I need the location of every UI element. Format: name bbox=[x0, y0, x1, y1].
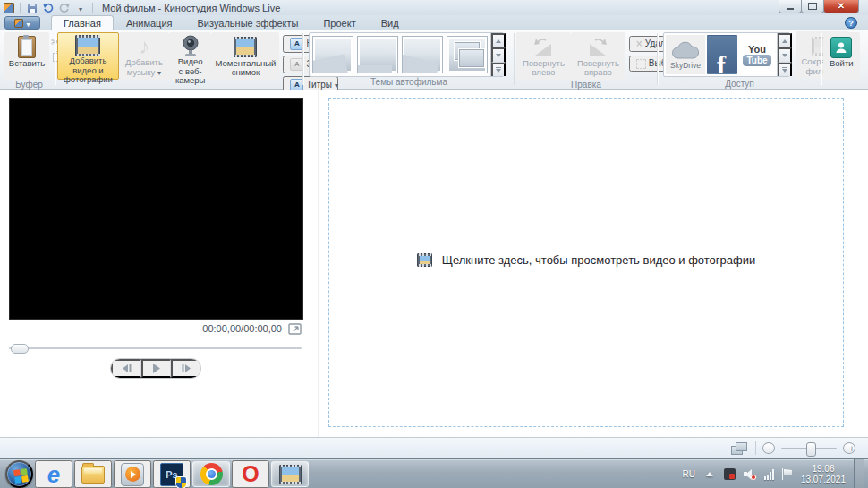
theme-thumbnail-3[interactable] bbox=[402, 36, 443, 73]
group-share: SkyDrive f You Tube bbox=[658, 30, 821, 89]
action-center-flag-icon[interactable] bbox=[782, 468, 793, 480]
volume-muted-icon[interactable] bbox=[744, 468, 756, 480]
music-note-icon: ♪ bbox=[139, 36, 149, 57]
ribbon: Вставить ✂ Буфер Добавить видео и фотогр… bbox=[0, 30, 868, 90]
video-photo-icon bbox=[417, 253, 432, 267]
rotate-right-label: Повернуть вправо bbox=[577, 59, 619, 78]
skydrive-button[interactable]: SkyDrive bbox=[666, 35, 705, 74]
close-button[interactable]: ✕ bbox=[823, 0, 859, 13]
maximize-button[interactable] bbox=[801, 0, 824, 13]
photoshop-icon: Ps bbox=[160, 463, 183, 486]
thumbnail-size-button[interactable] bbox=[729, 442, 749, 454]
taskbar-internet-explorer[interactable]: e bbox=[35, 460, 72, 488]
triangle-down-icon bbox=[496, 54, 501, 57]
theme-thumbnail-1[interactable] bbox=[312, 36, 353, 73]
minimize-button[interactable] bbox=[779, 0, 802, 13]
zoom-slider-thumb[interactable] bbox=[806, 442, 816, 457]
show-desktop-button[interactable] bbox=[854, 459, 864, 488]
add-video-photos-button[interactable]: Добавить видео и фотографии bbox=[57, 32, 119, 80]
taskbar-movie-maker[interactable] bbox=[271, 461, 309, 487]
network-signal-icon[interactable] bbox=[764, 469, 774, 480]
chevron-down-icon bbox=[26, 16, 30, 30]
taskbar-photoshop[interactable]: Ps bbox=[153, 460, 191, 488]
seek-thumb[interactable] bbox=[11, 344, 29, 354]
taskbar-opera[interactable]: O bbox=[232, 460, 269, 488]
tab-home[interactable]: Главная bbox=[51, 15, 114, 30]
storyboard-drop-area[interactable]: Щелкните здесь, чтобы просмотреть видео … bbox=[328, 98, 844, 427]
undo-button[interactable] bbox=[42, 2, 55, 13]
file-menu-icon bbox=[14, 19, 23, 28]
chevron-down-icon bbox=[79, 1, 82, 14]
tab-animation[interactable]: Анимация bbox=[114, 15, 185, 30]
gallery-more-icon bbox=[782, 67, 787, 73]
empty-storyboard-message[interactable]: Щелкните здесь, чтобы просмотреть видео … bbox=[329, 253, 843, 267]
gallery-more-button[interactable] bbox=[778, 63, 792, 76]
credits-icon: A bbox=[290, 79, 303, 91]
window-controls: ✕ bbox=[779, 0, 859, 13]
fullscreen-button[interactable] bbox=[288, 323, 302, 335]
theme-thumbnail-4[interactable] bbox=[447, 36, 488, 73]
gallery-scroll-up-button[interactable] bbox=[778, 33, 792, 47]
preview-monitor[interactable] bbox=[9, 98, 303, 320]
youtube-button[interactable]: You Tube bbox=[739, 35, 775, 74]
rotate-right-button[interactable]: Повернуть вправо bbox=[571, 32, 625, 80]
save-icon bbox=[28, 4, 37, 13]
seek-bar[interactable] bbox=[9, 344, 302, 353]
zoom-in-button[interactable]: + bbox=[843, 442, 855, 454]
facebook-button[interactable]: f bbox=[707, 35, 737, 74]
paste-button[interactable]: Вставить bbox=[4, 32, 49, 80]
webcam-video-button[interactable]: Видео с веб-камеры bbox=[169, 32, 212, 80]
seek-track bbox=[9, 347, 302, 349]
sign-in-label: Войти bbox=[830, 59, 854, 69]
gallery-scroll-down-button[interactable] bbox=[491, 47, 506, 62]
themes-gallery bbox=[309, 32, 504, 77]
triangle-down-icon bbox=[782, 54, 787, 57]
redo-button[interactable] bbox=[58, 2, 71, 13]
add-video-label: Добавить видео и фотографии bbox=[64, 56, 113, 85]
youtube-icon-bottom: Tube bbox=[743, 55, 770, 66]
snapshot-button[interactable]: Моментальный снимок bbox=[211, 32, 279, 80]
taskbar-media-player[interactable] bbox=[114, 460, 151, 488]
gallery-scroll-down-button[interactable] bbox=[778, 47, 792, 62]
gallery-more-button[interactable] bbox=[491, 63, 506, 76]
zoom-slider[interactable] bbox=[781, 442, 837, 455]
group-autofilm-themes: Темы автофильма bbox=[303, 30, 515, 89]
clock-date: 13.07.2021 bbox=[801, 475, 846, 485]
help-button[interactable]: ? bbox=[845, 17, 857, 29]
sign-in-button[interactable]: Войти bbox=[823, 32, 860, 80]
next-frame-button[interactable] bbox=[171, 359, 200, 378]
uac-shield-icon bbox=[176, 477, 186, 488]
add-music-button[interactable]: ♪ Добавить музыку bbox=[119, 32, 169, 80]
zoom-out-button[interactable]: − bbox=[762, 442, 775, 454]
taskbar-clock[interactable]: 19:06 13.07.2021 bbox=[801, 464, 846, 485]
app-icon[interactable] bbox=[4, 3, 14, 13]
language-indicator[interactable]: RU bbox=[682, 469, 694, 479]
play-button[interactable] bbox=[141, 359, 172, 378]
workspace: 00:00,00/00:00,00 Щелкните з bbox=[0, 90, 868, 437]
facebook-icon: f bbox=[717, 52, 726, 74]
rotate-right-icon bbox=[586, 36, 609, 57]
gallery-scroll-up-button[interactable] bbox=[491, 33, 506, 47]
movie-maker-icon bbox=[279, 465, 302, 484]
tab-visual-effects[interactable]: Визуальные эффекты bbox=[185, 15, 311, 30]
taskbar-explorer[interactable] bbox=[74, 460, 112, 488]
windows-logo-icon bbox=[13, 468, 29, 484]
start-button[interactable] bbox=[5, 460, 33, 488]
previous-frame-button[interactable] bbox=[111, 359, 141, 378]
paste-icon bbox=[18, 36, 36, 58]
save-button[interactable] bbox=[26, 2, 38, 13]
play-icon bbox=[152, 364, 161, 373]
add-video-icon bbox=[75, 35, 100, 56]
theme-thumbnail-2[interactable] bbox=[357, 36, 398, 73]
rotate-left-button[interactable]: Повернуть влево bbox=[516, 32, 571, 80]
taskbar-chrome[interactable] bbox=[192, 461, 230, 487]
qat-customize-button[interactable] bbox=[74, 2, 87, 13]
file-menu-button[interactable] bbox=[4, 16, 40, 30]
show-hidden-icons-button[interactable] bbox=[703, 468, 716, 480]
skydrive-label: SkyDrive bbox=[670, 61, 701, 70]
delete-icon: × bbox=[636, 39, 642, 48]
tab-view[interactable]: Вид bbox=[369, 15, 412, 30]
tray-app-icon[interactable] bbox=[724, 468, 736, 480]
tab-project[interactable]: Проект bbox=[311, 15, 368, 30]
minimize-icon bbox=[787, 8, 794, 10]
